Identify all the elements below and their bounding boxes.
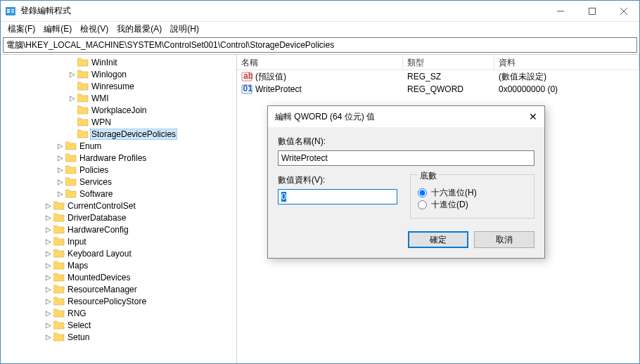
tree-label: Services <box>78 177 113 187</box>
value-data-field[interactable] <box>278 189 397 204</box>
tree-item[interactable]: WinInit <box>1 56 236 68</box>
expand-icon[interactable]: ▷ <box>44 333 53 341</box>
folder-icon <box>53 273 65 282</box>
tree-label: Select <box>66 320 92 330</box>
radio-hex-input[interactable] <box>418 188 427 197</box>
tree-pane[interactable]: WinInit▷WinlogonWinresume▷WMIWorkplaceJo… <box>1 55 237 363</box>
tree-label: ResourceManager <box>66 285 139 294</box>
value-data: (數值未設定) <box>494 71 639 83</box>
tree-label: ResourcePolicyStore <box>66 297 148 306</box>
tree-item[interactable]: ▷Select <box>1 319 236 331</box>
col-name[interactable]: 名稱 <box>237 55 403 70</box>
dialog-title-bar[interactable]: 編輯 QWORD (64 位元) 值 ✕ <box>268 106 544 127</box>
tree-item[interactable]: ▷MountedDevices <box>1 271 236 283</box>
tree-label: Winlogon <box>90 70 128 79</box>
tree-item[interactable]: ▷Setun <box>1 331 236 343</box>
list-row[interactable]: 011WriteProtectREG_QWORD0x00000000 (0) <box>237 83 639 96</box>
tree-item[interactable]: ▷CurrentControlSet <box>1 200 236 212</box>
expand-icon[interactable]: ▷ <box>44 249 53 257</box>
folder-icon <box>53 297 65 306</box>
expand-icon[interactable]: ▷ <box>44 273 53 281</box>
tree-item[interactable]: ▷Policies <box>1 164 236 176</box>
tree-item[interactable]: ▷Keyboard Layout <box>1 247 236 259</box>
tree-item[interactable]: ▷Enum <box>1 140 236 152</box>
menu-edit[interactable]: 編輯(E) <box>39 22 76 37</box>
folder-icon <box>53 249 65 259</box>
menu-help[interactable]: 說明(H) <box>166 22 203 37</box>
expand-icon[interactable]: ▷ <box>56 178 65 186</box>
tree-label: WorkplaceJoin <box>90 105 148 115</box>
expand-icon[interactable]: ▷ <box>56 190 65 197</box>
tree-label: Setun <box>66 332 91 342</box>
tree-item[interactable]: ▷Hardware Profiles <box>1 152 236 164</box>
tree-item[interactable]: ▷Services <box>1 176 236 188</box>
expand-icon[interactable]: ▷ <box>56 166 65 174</box>
reg-binary-icon: 011 <box>241 84 252 95</box>
window-controls <box>544 1 639 21</box>
tree-item[interactable]: ▷ResourcePolicyStore <box>1 295 236 307</box>
tree-item[interactable]: ▷RNG <box>1 307 236 319</box>
expand-icon[interactable]: ▷ <box>68 70 77 78</box>
col-data[interactable]: 資料 <box>494 55 639 70</box>
tree-item[interactable]: WorkplaceJoin <box>1 104 236 116</box>
maximize-button[interactable] <box>576 1 608 21</box>
tree-item[interactable]: WPN <box>1 116 236 128</box>
expand-icon[interactable]: ▷ <box>44 238 53 245</box>
expand-icon[interactable]: ▷ <box>44 297 53 305</box>
minimize-button[interactable] <box>544 1 576 21</box>
menu-view[interactable]: 檢視(V) <box>76 22 113 37</box>
tree-item[interactable]: ▷WMI <box>1 92 236 104</box>
expand-icon[interactable]: ▷ <box>44 214 53 221</box>
tree-item[interactable]: ▷Maps <box>1 259 236 271</box>
tree-label: Maps <box>66 261 89 271</box>
close-button[interactable] <box>608 1 639 21</box>
expand-icon[interactable]: ▷ <box>44 309 53 317</box>
expand-icon[interactable]: ▷ <box>44 226 53 233</box>
folder-icon <box>53 237 65 247</box>
expand-icon[interactable]: ▷ <box>44 202 53 209</box>
col-type[interactable]: 類型 <box>403 55 494 70</box>
expand-icon[interactable]: ▷ <box>44 285 53 293</box>
folder-icon <box>53 225 65 235</box>
expand-icon[interactable]: ▷ <box>44 261 53 269</box>
reg-string-icon: ab <box>241 71 252 82</box>
menu-file[interactable]: 檔案(F) <box>4 22 39 37</box>
tree-item[interactable]: ▷DriverDatabase <box>1 212 236 223</box>
expand-icon[interactable]: ▷ <box>68 94 77 102</box>
tree-label: Winresume <box>90 82 136 91</box>
radio-dec-input[interactable] <box>418 200 427 209</box>
folder-icon <box>65 189 77 199</box>
tree-label: WinInit <box>90 58 119 67</box>
tree-label: CurrentControlSet <box>66 201 137 211</box>
base-fieldset: 底數 十六進位(H) 十進位(D) <box>410 174 535 219</box>
list-row[interactable]: ab(預設值)REG_SZ(數值未設定) <box>237 70 639 83</box>
tree-item[interactable]: ▷Winlogon <box>1 68 236 80</box>
tree-item[interactable]: ▷Software <box>1 188 236 200</box>
folder-icon <box>65 177 77 187</box>
folder-icon <box>53 320 65 330</box>
tree-item[interactable]: Winresume <box>1 80 236 92</box>
window-title: 登錄編輯程式 <box>20 5 544 17</box>
expand-icon[interactable]: ▷ <box>56 142 65 150</box>
tree-label: Software <box>78 189 114 199</box>
tree-item[interactable]: StorageDevicePolicies <box>1 128 236 140</box>
expand-icon[interactable]: ▷ <box>56 154 65 162</box>
radio-hex[interactable]: 十六進位(H) <box>418 187 527 199</box>
folder-icon <box>77 70 89 79</box>
value-name-field[interactable] <box>278 150 535 166</box>
dialog-title: 編輯 QWORD (64 位元) 值 <box>275 111 518 123</box>
tree-item[interactable]: ▷Input <box>1 235 236 247</box>
ok-button[interactable]: 確定 <box>408 231 468 248</box>
tree-item[interactable]: ▷HardwareConfig <box>1 223 236 235</box>
folder-icon <box>77 117 89 127</box>
address-bar[interactable]: 電腦\HKEY_LOCAL_MACHINE\SYSTEM\ControlSet0… <box>3 37 637 53</box>
value-data-label: 數值資料(V): <box>278 174 397 186</box>
menu-favorites[interactable]: 我的最愛(A) <box>113 22 166 37</box>
tree-item[interactable]: ▷ResourceManager <box>1 283 236 295</box>
dialog-close-icon[interactable]: ✕ <box>518 111 537 122</box>
folder-icon <box>77 58 89 67</box>
list-header: 名稱 類型 資料 <box>237 55 639 70</box>
cancel-button[interactable]: 取消 <box>474 231 535 248</box>
expand-icon[interactable]: ▷ <box>44 321 53 329</box>
radio-dec[interactable]: 十進位(D) <box>418 199 527 211</box>
